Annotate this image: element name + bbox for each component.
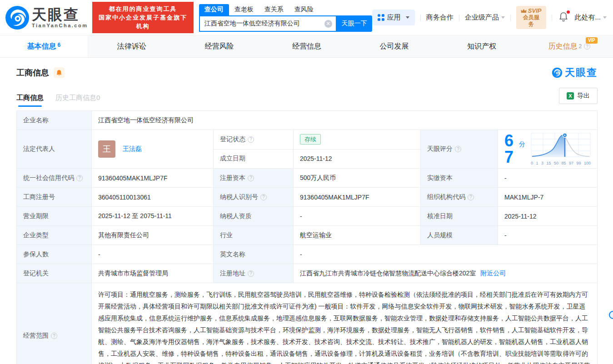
tab-basic-info[interactable]: 基本信息 6: [0, 35, 88, 57]
score-label: 天眼评分 ?: [421, 130, 498, 169]
tab-operation-info[interactable]: 经营信息: [263, 35, 351, 57]
search-button[interactable]: 天眼一下: [337, 15, 372, 32]
promo-line1: 都在用的商业查询工具: [97, 5, 189, 13]
header-nav: 应用 商务合作 企业级产品 SVIP 会员服务: [372, 6, 607, 29]
top-header: 天眼查 TianYanCha.com 都在用的商业查询工具 国家中小企业发展子基…: [0, 0, 613, 35]
score-value: 67: [504, 133, 518, 165]
reg-status-label: 登记状态 ?: [214, 130, 294, 150]
insured-count-value: -: [92, 245, 214, 264]
registration-authority-label: 登记机关: [17, 264, 92, 283]
tianyancha-watermark: 天眼查: [552, 66, 598, 80]
subtab-history-business-info[interactable]: 历史工商信息0: [55, 94, 100, 107]
insured-count-label: 参保人数: [17, 245, 92, 264]
search-tab-risk[interactable]: 查风险: [289, 4, 319, 15]
score-distribution-chart[interactable]: 01 315 5085 9799 100: [531, 133, 591, 165]
taxpayer-qualification-value: -: [294, 207, 421, 226]
help-icon[interactable]: ?: [260, 194, 267, 200]
industry-label: 行业: [214, 226, 294, 245]
help-icon[interactable]: ?: [248, 175, 254, 181]
org-code-value: MAK1MLJP-7: [498, 188, 598, 207]
search-tab-boss[interactable]: 查老板: [229, 4, 259, 15]
establish-date-label: 成立日期: [214, 149, 294, 169]
tab-count: 2: [578, 43, 582, 50]
help-icon[interactable]: ?: [248, 136, 254, 143]
chevron-down-icon: [406, 16, 409, 19]
staff-size-value: -: [498, 226, 598, 245]
help-icon[interactable]: ?: [455, 146, 461, 152]
approval-date-value: 2025-11-12: [498, 207, 598, 226]
apps-menu[interactable]: 应用: [372, 10, 415, 25]
tianyancha-watermark-icon: [552, 67, 563, 78]
svip-member-service[interactable]: SVIP 会员服务: [516, 6, 546, 29]
avatar: 王: [98, 140, 115, 158]
company-tab-bar: 基本信息 6 法律诉讼 经营风险 经营信息 公司发展 知识产权 VIP 历史信息…: [0, 35, 613, 58]
reg-capital-value: 500万人民币: [294, 169, 421, 188]
help-icon[interactable]: ?: [468, 194, 474, 200]
nav-business-cooperation[interactable]: 商务合作: [426, 13, 454, 22]
divider: [459, 15, 459, 21]
table-row: 工商注册号 360405110013061 纳税人识别号 ? 91360405M…: [17, 188, 598, 207]
help-icon[interactable]: ?: [248, 270, 254, 277]
status-badge: 存续: [300, 134, 321, 145]
divider: [510, 15, 511, 21]
vip-badge: VIP: [586, 37, 598, 44]
nav-enterprise-products[interactable]: 企业级产品: [465, 13, 505, 22]
table-row: 参保人数 - 英文名称 -: [17, 245, 598, 264]
help-icon[interactable]: ?: [76, 175, 83, 181]
business-term-value: 2025-11-12 至 2075-11-11: [92, 207, 214, 226]
search-tab-company[interactable]: 查公司: [199, 4, 229, 15]
user-menu[interactable]: 此处有...: [574, 13, 607, 22]
legal-rep-label: 法定代表人: [17, 130, 92, 169]
apps-label: 应用: [387, 13, 401, 22]
business-scope-value: 许可项目：通用航空服务，测绘服务，飞行训练，民用航空器驾驶员培训，民用航空器维修…: [92, 283, 598, 364]
company-name-value: 江西省空地一体低空经济有限公司: [92, 111, 598, 130]
tab-history-info[interactable]: VIP 历史信息 2 ?: [525, 35, 613, 57]
table-row: 营业期限 2025-11-12 至 2075-11-11 纳税人资质 - 核准日…: [17, 207, 598, 226]
table-row: 统一社会信用代码 ? 91360405MAK1MLJP7F 注册资本 ? 500…: [17, 169, 598, 188]
logo-title: 天眼查: [32, 7, 88, 22]
help-icon[interactable]: ?: [51, 333, 57, 339]
apps-grid-icon: [378, 14, 384, 21]
floating-widget[interactable]: [609, 311, 613, 319]
reg-number-label: 工商注册号: [17, 188, 92, 207]
score-unit: 分: [519, 140, 525, 149]
notification-bell[interactable]: [559, 12, 568, 23]
subtab-business-info[interactable]: 工商信息: [16, 94, 44, 107]
score-axis-labels: 01 315 5085 9799 100: [531, 161, 591, 165]
nearby-companies-link[interactable]: 附近公司: [480, 269, 506, 277]
reg-status-value: 存续: [294, 130, 421, 150]
logo-domain: TianYanCha.com: [32, 23, 88, 28]
monitor-bell-button[interactable]: [54, 67, 65, 78]
clear-icon[interactable]: ✕: [324, 20, 332, 28]
tab-legal-proceedings[interactable]: 法律诉讼: [88, 35, 176, 57]
legal-rep-link[interactable]: 王法磊: [123, 145, 142, 152]
approval-date-label: 核准日期: [421, 207, 498, 226]
registered-address-label: 注册地址 ?: [214, 264, 294, 283]
tab-intellectual-property[interactable]: 知识产权: [438, 35, 526, 57]
reg-capital-label: 注册资本 ?: [214, 169, 294, 188]
divider: [420, 15, 421, 21]
registration-authority-value: 共青城市市场监督管理局: [92, 264, 214, 283]
business-scope-label: 经营范围 ?: [17, 283, 92, 364]
taxpayer-qualification-label: 纳税人资质: [214, 207, 294, 226]
english-name-label: 英文名称: [214, 245, 294, 264]
tab-company-development[interactable]: 公司发展: [350, 35, 438, 57]
tianyancha-logo[interactable]: 天眼查 TianYanCha.com: [5, 5, 88, 30]
tab-operation-risk[interactable]: 经营风险: [175, 35, 263, 57]
paid-capital-value: -: [498, 169, 598, 188]
tianyancha-logo-icon: [5, 5, 30, 30]
business-info-table: 企业名称 江西省空地一体低空经济有限公司 法定代表人 王 王法磊 登记状态 ? …: [16, 110, 598, 364]
english-name-value: -: [294, 245, 598, 264]
help-icon[interactable]: ?: [584, 43, 590, 50]
table-row: 经营范围 ? 许可项目：通用航空服务，测绘服务，飞行训练，民用航空器驾驶员培训，…: [17, 283, 598, 364]
chevron-down-icon: [501, 16, 505, 19]
establish-date-value: 2025-11-12: [294, 149, 421, 169]
search-input[interactable]: [200, 20, 324, 27]
table-row: 法定代表人 王 王法磊 登记状态 ? 存续 天眼评分 ? 67 分: [17, 130, 598, 150]
crown-icon: [521, 9, 527, 13]
company-type-value: 其他有限责任公司: [92, 226, 214, 245]
export-button[interactable]: X 导出: [559, 88, 598, 104]
taxpayer-id-value: 91360405MAK1MLJP7F: [294, 188, 421, 207]
chevron-down-icon: [603, 16, 607, 19]
search-tab-relation[interactable]: 查关系: [259, 4, 289, 15]
